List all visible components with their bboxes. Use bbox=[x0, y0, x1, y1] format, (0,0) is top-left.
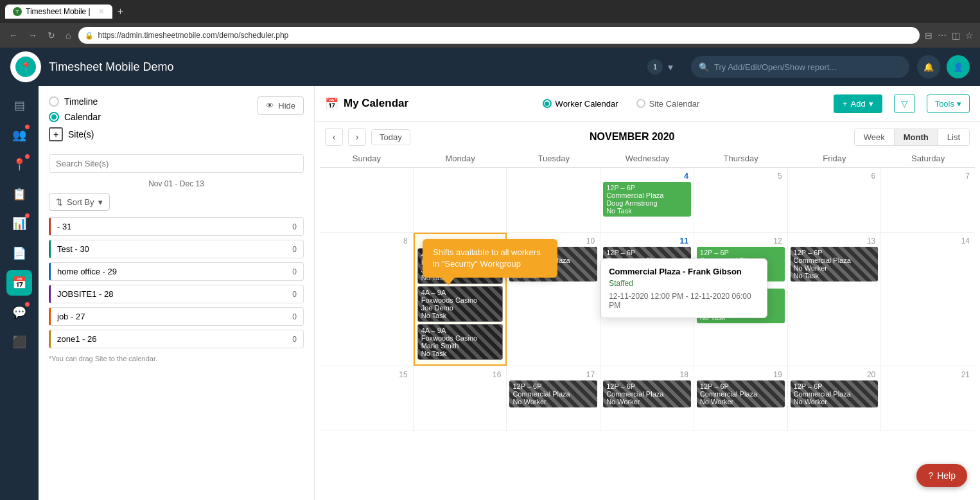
list-item[interactable]: - 31 0 bbox=[49, 217, 304, 236]
day-cell[interactable]: 20 12P – 6P Commercial Plaza No Worker bbox=[788, 366, 882, 431]
site-calendar-radio[interactable] bbox=[636, 99, 645, 108]
user-profile-button[interactable]: 👤 bbox=[947, 55, 970, 78]
sidebar-item-users[interactable]: 👥 bbox=[6, 122, 32, 148]
list-tab[interactable]: List bbox=[938, 129, 969, 145]
sidebar-item-documents[interactable]: 📄 bbox=[6, 240, 32, 266]
browser-tab[interactable]: T Timesheet Mobile | ✕ bbox=[5, 4, 112, 19]
help-button[interactable]: ? Help bbox=[916, 464, 967, 487]
next-month-button[interactable]: › bbox=[348, 128, 366, 146]
list-item[interactable]: zone1 - 26 0 bbox=[49, 330, 304, 348]
event-site: Commercial Plaza bbox=[606, 192, 688, 199]
help-icon: ? bbox=[928, 470, 933, 481]
notifications-button[interactable]: 🔔 bbox=[917, 55, 940, 78]
forward-button[interactable]: → bbox=[26, 28, 40, 43]
event-block[interactable]: 12P – 6P Commercial Plaza No Worker bbox=[603, 380, 691, 407]
month-tab[interactable]: Month bbox=[895, 129, 938, 145]
event-worker: No Worker bbox=[794, 398, 875, 406]
day-cell[interactable]: 4 12P – 6P Commercial Plaza Doug Armstro… bbox=[600, 168, 694, 232]
day-cell[interactable]: 17 12P – 6P Commercial Plaza No Worker bbox=[507, 366, 600, 431]
tools-button[interactable]: Tools ▾ bbox=[927, 94, 970, 113]
event-block[interactable]: 12P – 6P Commercial Plaza Doug Armstrong… bbox=[603, 182, 691, 217]
event-block[interactable]: 12P – 6P Commercial Plaza No Worker bbox=[791, 380, 879, 407]
hide-button[interactable]: 👁 Hide bbox=[258, 96, 304, 115]
calendar-label: Calendar bbox=[64, 112, 101, 122]
add-button[interactable]: + Add ▾ bbox=[834, 94, 882, 113]
dropdown-arrow-icon[interactable]: ▾ bbox=[668, 61, 673, 73]
filter-button[interactable]: ▽ bbox=[894, 94, 915, 113]
day-cell[interactable] bbox=[320, 168, 414, 232]
event-block[interactable]: 12P – 6P Commercial Plaza No Worker bbox=[697, 380, 785, 407]
sidebar-item-analytics[interactable]: 📊 bbox=[6, 211, 32, 237]
sites-label: Site(s) bbox=[68, 129, 94, 139]
timeline-option[interactable]: Timeline bbox=[49, 96, 101, 107]
day-cell[interactable]: 19 12P – 6P Commercial Plaza No Worker bbox=[694, 366, 788, 431]
pocket-icon[interactable]: ◫ bbox=[952, 30, 960, 40]
day-cell[interactable]: 11 12P – 6P Commercial Plaza No Worker N… bbox=[600, 233, 694, 366]
list-item[interactable]: job - 27 0 bbox=[49, 307, 304, 326]
notification-badge[interactable]: 1 bbox=[647, 59, 663, 75]
worker-calendar-radio-inner bbox=[545, 102, 549, 106]
today-button[interactable]: Today bbox=[371, 129, 410, 145]
more-icon[interactable]: ⋯ bbox=[938, 30, 947, 40]
users-icon: 👥 bbox=[12, 128, 26, 142]
sidebar-item-dashboard[interactable]: ▤ bbox=[6, 93, 32, 118]
star-icon[interactable]: ☆ bbox=[965, 30, 974, 40]
event-block[interactable]: 4A – 9A Foxwoods Casino Marie Smith No T… bbox=[417, 324, 503, 360]
add-site-icon[interactable]: + bbox=[49, 127, 63, 141]
day-cell[interactable]: 18 12P – 6P Commercial Plaza No Worker bbox=[600, 366, 694, 431]
address-bar[interactable]: 🔒 https://admin.timesheetmobile.com/demo… bbox=[78, 27, 920, 44]
calendar-nav: ‹ › Today NOVEMBER 2020 Week Month List bbox=[315, 121, 980, 150]
list-item[interactable]: home office - 29 0 bbox=[49, 262, 304, 281]
worker-calendar-option[interactable]: Worker Calendar bbox=[543, 99, 618, 109]
sidebar-item-map[interactable]: 📍 bbox=[6, 152, 32, 177]
day-header-monday: Monday bbox=[414, 150, 507, 167]
sidebar-item-messages[interactable]: 💬 bbox=[6, 299, 32, 325]
day-cell[interactable]: 16 bbox=[414, 366, 507, 431]
sidebar-item-reports[interactable]: 📋 bbox=[6, 181, 32, 207]
day-cell[interactable]: 14 bbox=[881, 233, 975, 366]
sidebar-item-calendar[interactable]: 📅 bbox=[6, 270, 32, 296]
sort-by-button[interactable]: ⇅ Sort By ▾ bbox=[49, 193, 110, 211]
prev-month-button[interactable]: ‹ bbox=[325, 128, 343, 146]
search-sites-input[interactable] bbox=[49, 154, 304, 173]
event-block[interactable]: 4A – 9A Foxwoods Casino Joe Demo No Task bbox=[417, 286, 503, 322]
site-calendar-option[interactable]: Site Calendar bbox=[636, 99, 700, 109]
timeline-radio[interactable] bbox=[49, 96, 59, 107]
day-cell[interactable] bbox=[507, 168, 600, 232]
calendar-title: 📅 My Calendar bbox=[325, 97, 408, 111]
site-name: zone1 - 26 bbox=[57, 334, 96, 344]
list-item[interactable]: JOBSITE1 - 28 0 bbox=[49, 285, 304, 303]
sites-option[interactable]: + Site(s) bbox=[49, 127, 101, 141]
back-button[interactable]: ← bbox=[6, 28, 21, 43]
week-tab[interactable]: Week bbox=[855, 129, 895, 145]
event-block[interactable]: 12P – 6P Commercial Plaza No Worker bbox=[509, 380, 597, 407]
documents-icon: 📄 bbox=[12, 246, 26, 260]
bookmark-icon[interactable]: ⊟ bbox=[925, 30, 932, 40]
calendar-radio[interactable] bbox=[49, 112, 59, 122]
new-tab-button[interactable]: + bbox=[118, 6, 123, 17]
day-cell[interactable]: 5 bbox=[694, 168, 788, 232]
day-cell[interactable]: 21 bbox=[881, 366, 975, 431]
day-cell[interactable] bbox=[414, 168, 507, 232]
day-cell[interactable]: 15 bbox=[320, 366, 414, 431]
list-item[interactable]: Test - 30 0 bbox=[49, 240, 304, 258]
sidebar-item-chat[interactable]: ⬛ bbox=[6, 329, 32, 355]
calendar-option[interactable]: Calendar bbox=[49, 112, 101, 122]
home-button[interactable]: ⌂ bbox=[63, 28, 73, 43]
day-cell[interactable]: 6 bbox=[788, 168, 882, 232]
worker-calendar-radio[interactable] bbox=[543, 99, 552, 108]
add-chevron-icon: ▾ bbox=[869, 99, 873, 109]
event-site: Foxwoods Casino bbox=[421, 296, 500, 304]
day-cell[interactable]: 7 bbox=[881, 168, 975, 232]
left-panel: Timeline Calendar + Site(s) bbox=[39, 86, 315, 500]
app-header: 📍 Timesheet Mobile Demo 1 ▾ 🔍 Try Add/Ed… bbox=[0, 48, 980, 86]
event-worker: No Worker bbox=[606, 398, 688, 406]
tab-close-icon[interactable]: ✕ bbox=[98, 7, 105, 16]
day-cell[interactable]: 13 12P – 6P Commercial Plaza No Worker N… bbox=[788, 233, 882, 366]
event-block[interactable]: 12P – 6P Commercial Plaza No Worker No T… bbox=[791, 247, 879, 281]
event-site: Commercial Plaza bbox=[606, 390, 688, 398]
day-cell[interactable]: 8 bbox=[320, 233, 414, 366]
reload-button[interactable]: ↻ bbox=[45, 28, 58, 43]
global-search[interactable]: 🔍 Try Add/Edit/Open/Show report... bbox=[691, 56, 909, 78]
hide-label: Hide bbox=[278, 101, 295, 111]
